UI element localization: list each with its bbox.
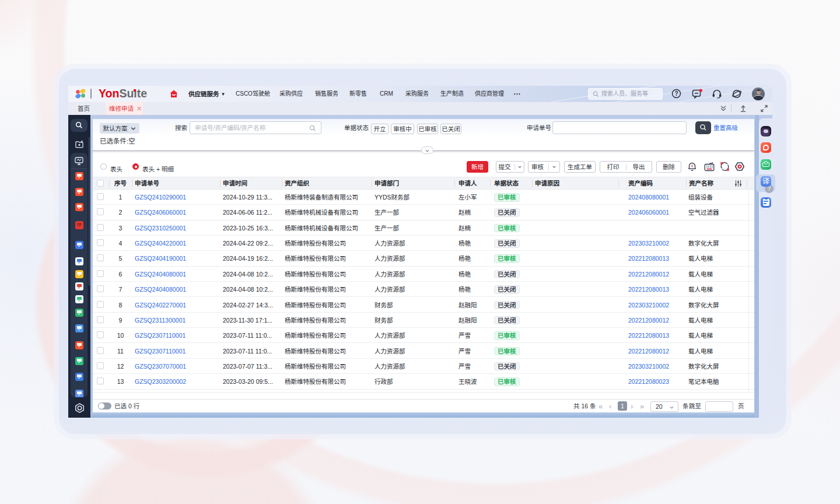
svg-text:?: ? — [674, 90, 678, 97]
